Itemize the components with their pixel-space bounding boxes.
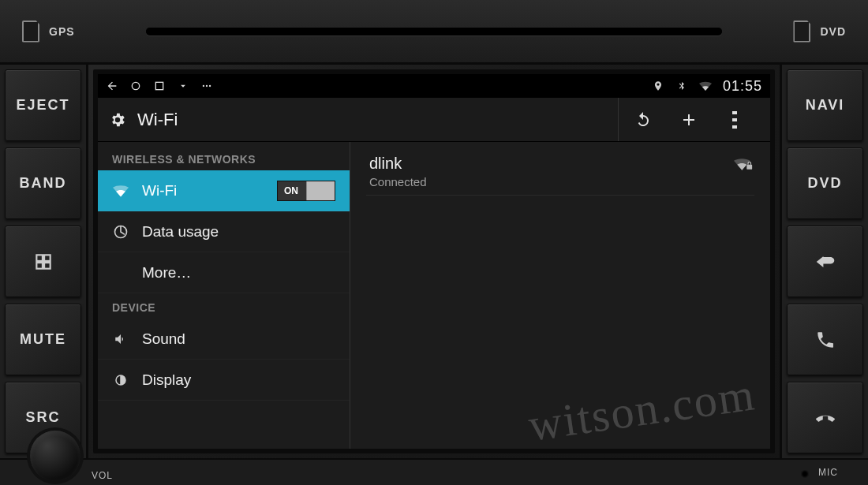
clock: 01:55 [723, 78, 762, 95]
recent-icon[interactable] [153, 80, 166, 92]
wifi-label: Wi-Fi [142, 182, 264, 200]
back-button[interactable] [787, 226, 863, 297]
top-bezel: GPS DVD [0, 0, 868, 65]
svg-rect-1 [44, 255, 51, 261]
menu-icon[interactable] [200, 80, 213, 92]
overflow-icon[interactable] [724, 110, 745, 130]
sd-dvd-label: DVD [820, 25, 846, 38]
svg-rect-5 [155, 82, 163, 89]
wifi-toggle-state: ON [284, 185, 298, 196]
network-status: Connected [369, 175, 751, 188]
svg-rect-14 [746, 165, 752, 170]
vol-label: VOL [92, 470, 113, 481]
right-button-column: NAVI DVD [780, 65, 868, 458]
speaker-icon [112, 332, 129, 346]
car-head-unit: GPS DVD EJECT BAND MUTE SRC [0, 0, 868, 485]
more-label: More… [142, 264, 335, 282]
phone-hangup-button[interactable] [787, 382, 863, 453]
bottom-bezel: VOL MIC [0, 458, 868, 485]
wifi-row[interactable]: Wi-Fi ON [98, 170, 350, 211]
action-bar-actions [619, 110, 759, 130]
action-bar-title-area: Wi-Fi [109, 98, 619, 141]
svg-rect-0 [36, 255, 43, 261]
android-status-bar[interactable]: 01:55 [98, 74, 770, 98]
svg-point-8 [209, 85, 211, 87]
dvd-button[interactable]: DVD [787, 147, 863, 219]
sound-label: Sound [142, 330, 335, 348]
svg-point-4 [132, 82, 139, 89]
home-button[interactable] [5, 226, 81, 297]
settings-categories[interactable]: WIRELESS & NETWORKS Wi-Fi ON [98, 142, 350, 449]
section-wireless-header: WIRELESS & NETWORKS [98, 145, 350, 170]
sd-gps-label: GPS [49, 25, 75, 38]
location-icon [652, 80, 664, 92]
microphone [801, 470, 809, 478]
disc-slot[interactable] [146, 28, 723, 35]
data-usage-icon [112, 224, 129, 240]
band-button[interactable]: BAND [5, 147, 81, 219]
bluetooth-icon [675, 80, 688, 92]
svg-point-7 [206, 85, 208, 87]
eject-button[interactable]: EJECT [5, 69, 81, 141]
network-ssid: dlink [369, 155, 751, 173]
svg-rect-3 [44, 263, 51, 269]
wifi-toggle[interactable]: ON [277, 181, 335, 201]
network-item[interactable]: dlink Connected [366, 148, 754, 196]
wifi-icon [112, 185, 129, 197]
navi-button[interactable]: NAVI [787, 69, 863, 141]
action-bar-title: Wi-Fi [137, 110, 178, 130]
action-bar: Wi-Fi [98, 98, 770, 142]
sd-dvd-slot: DVD [793, 21, 846, 43]
down-icon[interactable] [177, 80, 189, 92]
svg-rect-10 [732, 118, 737, 121]
display-icon [112, 373, 129, 387]
home-icon[interactable] [129, 80, 142, 92]
mute-button[interactable]: MUTE [5, 304, 81, 375]
sd-gps-slot: GPS [22, 21, 75, 43]
data-usage-label: Data usage [142, 223, 335, 241]
wifi-network-list[interactable]: dlink Connected [350, 142, 770, 449]
back-icon[interactable] [106, 80, 118, 92]
left-button-column: EJECT BAND MUTE SRC [0, 65, 88, 458]
svg-rect-2 [36, 263, 43, 269]
refresh-icon[interactable] [633, 110, 653, 130]
svg-point-6 [203, 85, 204, 87]
data-usage-row[interactable]: Data usage [98, 211, 350, 252]
wifi-signal-icon [699, 80, 712, 92]
settings-gear-icon [109, 111, 126, 129]
sd-card-icon [22, 21, 39, 43]
volume-knob[interactable] [30, 431, 80, 481]
svg-rect-11 [732, 125, 737, 129]
section-device-header: DEVICE [98, 293, 350, 319]
display-row[interactable]: Display [98, 360, 350, 401]
phone-answer-button[interactable] [787, 304, 863, 375]
mic-label: MIC [818, 467, 838, 478]
mid-row: EJECT BAND MUTE SRC [0, 65, 868, 458]
settings-body: WIRELESS & NETWORKS Wi-Fi ON [98, 142, 770, 449]
touchscreen[interactable]: 01:55 Wi-Fi [93, 69, 775, 453]
add-icon[interactable] [679, 110, 699, 130]
sd-card-icon [793, 21, 810, 43]
svg-rect-9 [732, 111, 737, 114]
more-row[interactable]: More… [98, 252, 350, 293]
sound-row[interactable]: Sound [98, 319, 350, 360]
signal-lock-icon [734, 156, 753, 172]
display-label: Display [142, 371, 335, 389]
